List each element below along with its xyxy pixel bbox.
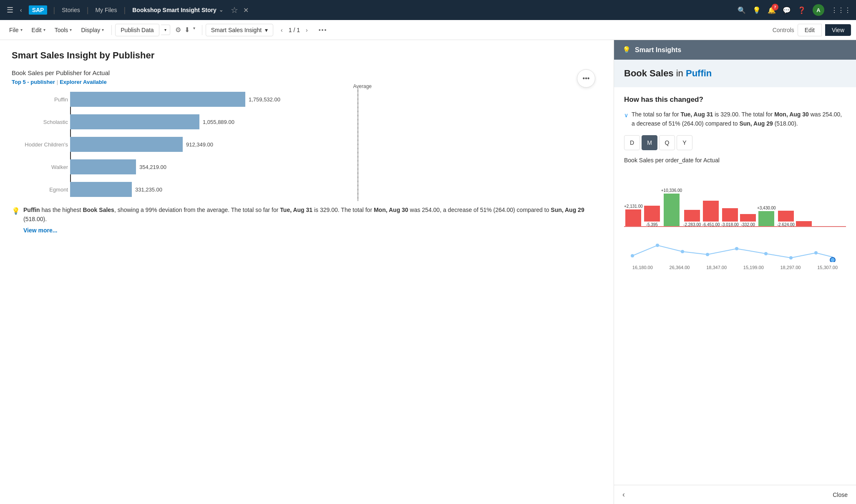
notification-icon[interactable]: 🔔 7 xyxy=(768,6,776,14)
insights-close-button[interactable]: Close xyxy=(833,491,848,498)
prev-page-button[interactable]: ‹ xyxy=(278,26,285,34)
metric-highlight: Book Sales xyxy=(83,207,114,213)
file-chevron-icon: ▾ xyxy=(20,28,23,32)
mini-bar-neg xyxy=(644,206,660,222)
mini-bar-neg xyxy=(703,201,719,222)
star-icon[interactable]: ☆ xyxy=(231,5,238,15)
story-chevron-icon[interactable]: ⌄ xyxy=(219,7,223,13)
table-row: Scholastic 1,055,889.00 xyxy=(70,114,602,129)
download-icon[interactable]: ⬇ xyxy=(184,26,190,34)
back-button[interactable]: ‹ xyxy=(18,5,24,15)
left-panel: Smart Sales Insight by Publisher Book Sa… xyxy=(0,40,614,504)
line-chart-svg xyxy=(624,237,846,262)
line-value-1: 16,180.00 xyxy=(632,265,653,270)
bar-walker: 354,219.00 xyxy=(70,159,166,174)
file-menu-button[interactable]: File ▾ xyxy=(5,24,27,36)
hamburger-menu-icon[interactable]: ☰ xyxy=(5,4,15,16)
sales-title-in: in xyxy=(676,68,686,78)
collapse-chevron-icon[interactable]: ∨ xyxy=(624,111,628,129)
bulb-icon[interactable]: 💡 xyxy=(753,6,761,14)
search-icon[interactable]: 🔍 xyxy=(738,6,746,14)
time-btn-y[interactable]: Y xyxy=(677,135,692,150)
publish-data-dropdown[interactable]: ▾ xyxy=(161,25,170,35)
mini-bar-label: +3,430.00 xyxy=(757,206,776,210)
nav-stories-link[interactable]: Stories xyxy=(59,7,83,13)
mini-chart-title: Book Sales per order_date for Actual xyxy=(624,157,846,164)
toolbar-sep1 xyxy=(111,25,112,35)
publish-data-button[interactable]: Publish Data xyxy=(115,24,159,36)
page-navigation: ‹ 1 / 1 › xyxy=(278,26,310,34)
mini-bar-group: +2,131.00 xyxy=(624,204,643,227)
date2-highlight: Mon, Aug 30 xyxy=(374,207,408,213)
smart-insight-selector[interactable]: Smart Sales Insight ▾ xyxy=(206,24,273,36)
nav-close-icon[interactable]: ✕ xyxy=(243,6,249,14)
sales-title-section: Book Sales in Puffin xyxy=(614,60,856,87)
tools-menu-button[interactable]: Tools ▾ xyxy=(50,24,76,36)
insight-text-block: 💡 Puffin has the highest Book Sales, sho… xyxy=(12,205,602,235)
view-more-link[interactable]: View more... xyxy=(23,226,602,235)
grid-icon[interactable]: ⋮⋮⋮ xyxy=(831,6,851,14)
edit-mode-button[interactable]: Edit xyxy=(798,24,822,36)
svg-point-7 xyxy=(814,251,818,255)
time-btn-q[interactable]: Q xyxy=(659,135,675,150)
sales-title-book-sales: Book Sales xyxy=(624,68,674,78)
bar-label-scholastic: Scholastic xyxy=(10,119,68,125)
change-date2: Mon, Aug 30 xyxy=(774,111,809,118)
bar-fill-scholastic xyxy=(70,114,199,129)
explorer-available-tag[interactable]: Explorer Available xyxy=(60,79,106,85)
display-menu-button[interactable]: Display ▾ xyxy=(77,24,108,36)
chart-baseline xyxy=(624,226,846,227)
table-row: Puffin 1,759,532.00 xyxy=(70,92,602,107)
notification-badge: 7 xyxy=(772,4,778,10)
bar-label-walker: Walker xyxy=(10,164,68,170)
insights-back-button[interactable]: ‹ xyxy=(622,490,625,499)
time-btn-m[interactable]: M xyxy=(642,135,657,150)
line-value-2: 26,364.00 xyxy=(670,265,690,270)
time-period-buttons: D M Q Y xyxy=(624,135,846,150)
mini-bar-group: -2,283.00 xyxy=(683,210,701,227)
controls-link[interactable]: Controls xyxy=(773,27,794,33)
bar-fill-egmont xyxy=(70,182,132,197)
time-btn-d[interactable]: D xyxy=(624,135,640,150)
user-avatar[interactable]: A xyxy=(813,4,824,16)
help-icon[interactable]: ❓ xyxy=(798,6,806,14)
change-date1: Tue, Aug 31 xyxy=(681,111,713,118)
mini-bar-pos xyxy=(758,211,774,227)
page-indicator: 1 / 1 xyxy=(289,27,300,33)
average-label: Average xyxy=(353,83,372,89)
bar-chart: Average Puffin 1,759,532.00 Scholastic xyxy=(70,92,602,197)
how-changed-title: How has this changed? xyxy=(624,96,846,104)
svg-point-4 xyxy=(735,247,738,250)
nav-icons-group: 🔍 💡 🔔 7 💬 ❓ A ⋮⋮⋮ xyxy=(738,4,851,16)
view-mode-button[interactable]: View xyxy=(825,24,851,36)
bar-hodder: 912,349.00 xyxy=(70,137,213,152)
chart-options-button[interactable]: ••• xyxy=(577,69,595,88)
mini-bar-neg xyxy=(684,210,700,222)
line-value-4: 15,199.00 xyxy=(743,265,764,270)
sap-logo: SAP xyxy=(29,5,48,15)
filter-icon[interactable]: ⚙ xyxy=(175,26,181,34)
line-chart-values: 16,180.00 26,364.00 18,347.00 15,199.00 … xyxy=(624,265,846,270)
page-title: Smart Sales Insight by Publisher xyxy=(12,50,602,61)
more-options-button[interactable]: ••• xyxy=(315,25,331,35)
download-chevron-icon[interactable]: ▾ xyxy=(193,26,195,34)
mini-bar-label: +10,336.00 xyxy=(661,188,682,193)
svg-point-8 xyxy=(830,257,835,262)
sales-title-publisher: Puffin xyxy=(686,68,712,78)
top-publisher-tag[interactable]: Top 5 - publisher xyxy=(12,79,55,85)
mini-bar-group: -5,395 xyxy=(644,206,660,227)
next-page-button[interactable]: › xyxy=(303,26,310,34)
bar-fill-walker xyxy=(70,159,136,174)
mini-bar-group: +10,336.00 xyxy=(661,188,682,227)
nav-divider2: | xyxy=(87,6,89,15)
nav-divider3: | xyxy=(124,6,126,15)
bar-value-hodder: 912,349.00 xyxy=(186,141,213,148)
chat-icon[interactable]: 💬 xyxy=(783,6,791,14)
chart-tags: Top 5 - publisher | Explorer Available xyxy=(12,79,602,85)
right-body: How has this changed? ∨ The total so far… xyxy=(614,87,856,255)
chart-section: Book Sales per Publisher for Actual Top … xyxy=(12,69,602,235)
bar-scholastic: 1,055,889.00 xyxy=(70,114,234,129)
nav-myfiles-link[interactable]: My Files xyxy=(93,7,119,13)
edit-menu-button[interactable]: Edit ▾ xyxy=(28,24,50,36)
table-row: Walker 354,219.00 xyxy=(70,159,602,174)
